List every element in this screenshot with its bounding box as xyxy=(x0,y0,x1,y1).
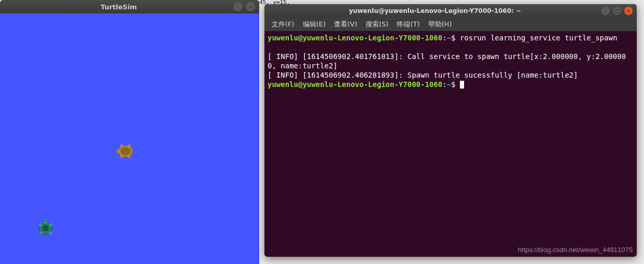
prompt-path: ~ xyxy=(447,34,451,42)
svg-point-14 xyxy=(39,231,43,234)
menu-help[interactable]: 帮助(H) xyxy=(425,19,455,30)
terminal-title: yuwenlu@yuwenlu-Lenovo-Legion-Y7000-1060… xyxy=(269,7,601,14)
terminal-titlebar[interactable]: yuwenlu@yuwenlu-Lenovo-Legion-Y7000-1060… xyxy=(264,4,637,18)
terminal-window-controls: – □ × xyxy=(601,7,633,15)
minimize-button[interactable]: – xyxy=(601,7,610,15)
prompt-sep: : xyxy=(442,34,446,42)
turtlesim-canvas xyxy=(0,13,259,264)
menu-file[interactable]: 文件(F) xyxy=(269,19,298,30)
maximize-button[interactable]: □ xyxy=(613,7,621,15)
terminal-cursor xyxy=(460,81,464,89)
prompt-sep: : xyxy=(442,80,446,89)
terminal-output-line: [ INFO] [1614506902.401761013]: Call ser… xyxy=(268,52,626,70)
prompt-path: ~ xyxy=(447,80,451,89)
svg-point-5 xyxy=(120,155,123,158)
terminal-menubar: 文件(F) 编辑(E) 查看(V) 搜索(S) 终端(T) 帮助(H) xyxy=(264,18,637,31)
svg-point-7 xyxy=(117,150,118,151)
svg-point-11 xyxy=(44,219,48,224)
window-controls: – × xyxy=(233,2,255,11)
svg-point-13 xyxy=(49,223,52,226)
svg-point-15 xyxy=(49,231,52,234)
watermark-text: https://blog.csdn.net/weixin_44911075 xyxy=(518,245,633,255)
svg-point-3 xyxy=(120,144,123,148)
prompt-user-host: yuwenlu@yuwenlu-Lenovo-Legion-Y7000-1060 xyxy=(268,34,442,42)
svg-point-17 xyxy=(46,221,47,222)
svg-point-4 xyxy=(128,144,131,148)
menu-terminal[interactable]: 终端(T) xyxy=(394,19,423,30)
svg-point-2 xyxy=(116,149,120,153)
prompt-dollar: $ xyxy=(451,80,455,89)
svg-point-6 xyxy=(128,155,131,158)
turtle2 xyxy=(34,217,57,240)
turtle-icon xyxy=(114,140,137,163)
minimize-button[interactable]: – xyxy=(233,2,243,11)
turtle1 xyxy=(114,140,137,163)
svg-point-12 xyxy=(39,223,42,226)
turtle-icon xyxy=(34,217,57,240)
menu-search[interactable]: 搜索(S) xyxy=(362,19,391,30)
turtlesim-title: TurtleSim xyxy=(4,3,233,11)
close-button[interactable]: × xyxy=(624,7,633,15)
turtlesim-titlebar[interactable]: TurtleSim – × xyxy=(0,0,259,13)
menu-view[interactable]: 查看(V) xyxy=(331,19,360,30)
svg-point-8 xyxy=(117,152,118,153)
terminal-command: rosrun learning_service turtle_spawn xyxy=(455,34,617,42)
close-button[interactable]: × xyxy=(246,2,255,11)
svg-point-16 xyxy=(44,221,45,222)
terminal-window: yuwenlu@yuwenlu-Lenovo-Legion-Y7000-1060… xyxy=(264,4,637,257)
turtlesim-window: TurtleSim – × xyxy=(0,0,259,264)
terminal-output-line: [ INFO] [1614506902.406281893]: Spawn tu… xyxy=(268,71,578,79)
terminal-body[interactable]: yuwenlu@yuwenlu-Lenovo-Legion-Y7000-1060… xyxy=(264,31,637,257)
prompt-user-host: yuwenlu@yuwenlu-Lenovo-Legion-Y7000-1060 xyxy=(268,80,442,89)
menu-edit[interactable]: 编辑(E) xyxy=(300,19,329,30)
svg-point-1 xyxy=(120,147,131,155)
